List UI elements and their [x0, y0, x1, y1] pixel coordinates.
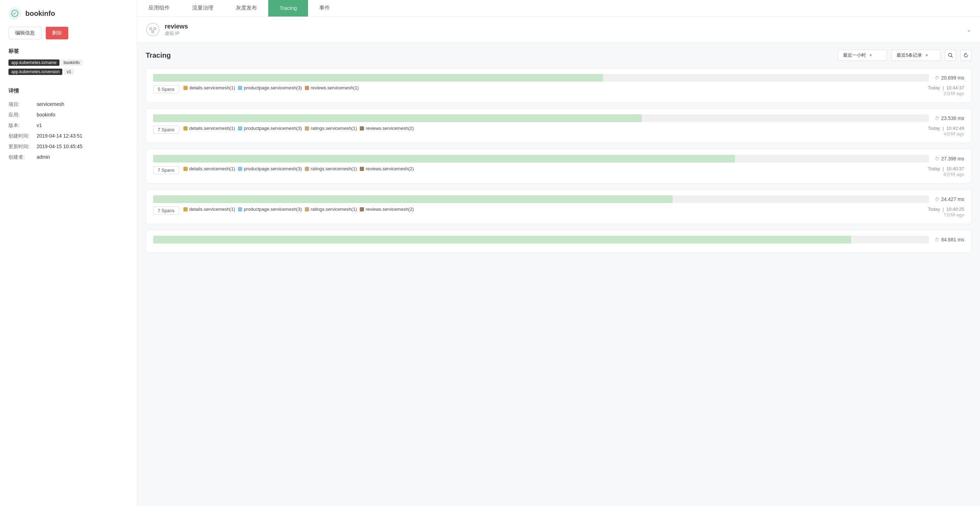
- clock-icon: ⏱: [935, 237, 939, 243]
- trace-timestamp-3: Today | 10:40:37 6分钟 ago: [928, 166, 964, 178]
- detail-project: 项目: servicemesh: [8, 99, 129, 110]
- detail-value-app: bookinfo: [37, 112, 55, 118]
- svc-name: ratings.servicemesh(1): [311, 166, 357, 171]
- service-info: reviews 虚拟 IP: [165, 23, 188, 36]
- details-title: 详情: [8, 87, 129, 94]
- trace-bar-row-1: ⏱ 20.699 ms: [153, 74, 964, 82]
- tracing-content: Tracing 最近一小时 ▼ 最近5条记录 ▼: [137, 43, 980, 506]
- top-nav: 应用组件 流量治理 灰度发布 Tracing 事件: [137, 0, 980, 17]
- record-filter-label: 最近5条记录: [897, 52, 922, 59]
- trace-duration-5: 84.681 ms: [941, 237, 964, 243]
- svc-dot: [238, 126, 242, 130]
- trace-card-2[interactable]: ⏱ 23.536 ms 7 Spans details.servicemesh(…: [146, 108, 972, 143]
- spans-badge-2: 7 Spans: [153, 125, 179, 134]
- tab-traffic[interactable]: 流量治理: [181, 0, 224, 17]
- tab-components[interactable]: 应用组件: [137, 0, 181, 17]
- svg-point-7: [949, 54, 952, 57]
- detail-updated: 更新时间: 2019-04-15 10:45:45: [8, 141, 129, 152]
- trace-info-row-4: 7 Spans details.servicemesh(1) productpa…: [153, 206, 964, 218]
- app-logo: [8, 7, 21, 20]
- trace-time-4: ⏱ 24.427 ms: [935, 196, 964, 202]
- svc-dot: [238, 167, 242, 171]
- detail-label-created: 创建时间:: [8, 133, 37, 140]
- detail-value-created: 2019-04-14 12:43:51: [37, 133, 83, 140]
- svc-dot: [305, 126, 309, 130]
- tag-row: app.kubernetes.io/name bookinfo: [8, 59, 129, 66]
- trace-card-1[interactable]: ⏱ 20.699 ms 5 Spans details.servicemesh(…: [146, 68, 972, 103]
- trace-time-1: ⏱ 20.699 ms: [935, 75, 964, 81]
- clock-icon: ⏱: [935, 116, 939, 121]
- detail-created: 创建时间: 2019-04-14 12:43:51: [8, 131, 129, 141]
- detail-value-version: v1: [37, 122, 42, 129]
- svc-name: productpage.servicemesh(3): [244, 166, 302, 171]
- service-name: reviews: [165, 23, 188, 30]
- svc-tag-productpage-4: productpage.servicemesh(3): [238, 206, 302, 212]
- time-ago: 6分钟 ago: [943, 172, 964, 177]
- delete-button[interactable]: 删除: [46, 27, 68, 40]
- trace-card-4[interactable]: ⏱ 24.427 ms 7 Spans details.servicemesh(…: [146, 189, 972, 224]
- svc-tag-reviews-4: reviews.servicemesh(2): [360, 206, 414, 212]
- trace-duration-3: 27.398 ms: [941, 156, 964, 162]
- trace-bar-row-4: ⏱ 24.427 ms: [153, 195, 964, 203]
- svc-name: productpage.servicemesh(3): [244, 206, 302, 212]
- chevron-down-icon[interactable]: ⌄: [966, 26, 972, 33]
- svc-tag-ratings-4: ratings.servicemesh(1): [305, 206, 357, 212]
- svc-name: reviews.servicemesh(2): [366, 206, 414, 212]
- record-filter-select[interactable]: 最近5条记录 ▼: [891, 50, 940, 61]
- time-label: Today | 10:44:37: [928, 85, 964, 90]
- trace-card-5[interactable]: ⏱ 84.681 ms: [146, 230, 972, 253]
- svc-tag-details-3: details.servicemesh(1): [183, 166, 235, 171]
- tab-grayscale[interactable]: 灰度发布: [224, 0, 268, 17]
- svc-dot: [360, 126, 364, 130]
- trace-bar-container-4: [153, 195, 929, 203]
- trace-bar-row-2: ⏱ 23.536 ms: [153, 114, 964, 122]
- svg-line-6: [153, 30, 155, 31]
- svc-tag-productpage-3: productpage.servicemesh(3): [238, 166, 302, 171]
- trace-duration-1: 20.699 ms: [941, 75, 964, 81]
- detail-value-creator: admin: [37, 154, 50, 160]
- svc-name: productpage.servicemesh(3): [244, 85, 302, 90]
- svc-tag-reviews-1: reviews.servicemesh(1): [305, 85, 359, 90]
- tag-value-2: v1: [64, 68, 74, 75]
- svc-tag-productpage-1: productpage.servicemesh(3): [238, 85, 302, 90]
- trace-bar-5: [153, 236, 851, 244]
- spans-badge-4: 7 Spans: [153, 206, 179, 215]
- svc-dot: [360, 207, 364, 211]
- tag-key-2: app.kubernetes.io/version: [8, 68, 62, 75]
- trace-time-2: ⏱ 23.536 ms: [935, 116, 964, 121]
- tab-events[interactable]: 事件: [308, 0, 341, 17]
- tab-tracing[interactable]: Tracing: [268, 0, 308, 17]
- service-tags-1: details.servicemesh(1) productpage.servi…: [183, 85, 924, 90]
- svc-dot: [183, 207, 188, 211]
- svc-dot: [183, 126, 188, 130]
- refresh-icon-button[interactable]: [960, 50, 972, 61]
- tag-key-1: app.kubernetes.io/name: [8, 59, 59, 66]
- details-section: 详情 项目: servicemesh 应用: bookinfo 版本: v1 创…: [8, 87, 129, 163]
- search-icon-button[interactable]: [945, 50, 956, 61]
- trace-card-3[interactable]: ⏱ 27.398 ms 7 Spans details.servicemesh(…: [146, 149, 972, 184]
- trace-bar-3: [153, 155, 735, 163]
- edit-button[interactable]: 编辑信息: [8, 27, 41, 40]
- svg-point-4: [152, 31, 154, 33]
- time-ago: 7分钟 ago: [943, 212, 964, 217]
- detail-label-version: 版本:: [8, 122, 37, 129]
- svc-name: ratings.servicemesh(1): [311, 206, 357, 212]
- svc-name: ratings.servicemesh(1): [311, 125, 357, 131]
- service-header: reviews 虚拟 IP ⌄: [137, 17, 980, 43]
- trace-bar-container-3: [153, 155, 929, 163]
- svc-dot: [305, 207, 309, 211]
- time-label: Today | 10:40:37: [928, 166, 964, 171]
- time-filter-select[interactable]: 最近一小时 ▼: [838, 50, 887, 61]
- svg-point-2: [150, 27, 152, 30]
- trace-bar-1: [153, 74, 603, 82]
- tracing-controls: 最近一小时 ▼ 最近5条记录 ▼: [838, 50, 972, 61]
- trace-time-3: ⏱ 27.398 ms: [935, 156, 964, 162]
- time-label: Today | 10:40:25: [928, 206, 964, 212]
- svc-name: details.servicemesh(1): [189, 206, 235, 212]
- tag-value-1: bookinfo: [61, 59, 83, 66]
- trace-info-row-1: 5 Spans details.servicemesh(1) productpa…: [153, 85, 964, 97]
- svc-name: details.servicemesh(1): [189, 166, 235, 171]
- app-name: bookinfo: [25, 10, 55, 17]
- trace-bar-container-5: [153, 236, 929, 244]
- trace-bar-2: [153, 114, 642, 122]
